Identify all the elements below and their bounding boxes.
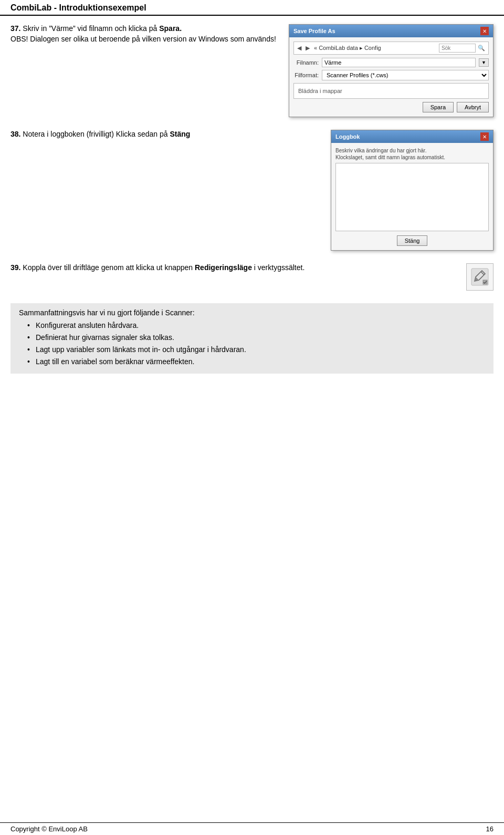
toolbar-icon-container: [466, 263, 494, 291]
breadcrumb-path: « CombiLab data ▸ Config: [314, 45, 437, 51]
save-profile-dialog: Save Profile As ✕ ◀ ▶ « CombiLab data ▸ …: [289, 24, 494, 117]
section-39-text: 39. Koppla över till driftläge genom att…: [10, 263, 456, 274]
step-39-number: 39.: [10, 263, 20, 272]
section-37-dialog-container: Save Profile As ✕ ◀ ▶ « CombiLab data ▸ …: [289, 24, 494, 117]
step-38-number: 38.: [10, 130, 20, 138]
redigering-icon: [470, 267, 489, 286]
filetype-row: Filformat: Scanner Profiles (*.cws): [293, 70, 489, 80]
loggbok-close-button[interactable]: Stäng: [397, 235, 428, 246]
nav-back-icon: ◀: [297, 45, 301, 51]
section-38-text: 38. Notera i loggboken (frivilligt) Klic…: [10, 130, 320, 140]
filetype-select[interactable]: Scanner Profiles (*.cws): [322, 70, 489, 80]
section-38: 38. Notera i loggboken (frivilligt) Klic…: [10, 130, 494, 251]
step-37-number: 37.: [10, 24, 20, 33]
step-37-text1: Skriv in ”Värme” vid filnamn och klicka …: [23, 24, 157, 33]
step-39-text1: Koppla över till driftläge genom att kli…: [23, 263, 193, 272]
summary-intro: Sammanfattningsvis har vi nu gjort följa…: [19, 308, 485, 317]
step-38-text1: Notera i loggboken (frivilligt) Klicka s…: [23, 130, 167, 138]
page-title: CombiLab - Introduktionsexempel: [10, 3, 494, 13]
browse-folder-area: Bläddra i mappar: [293, 83, 489, 99]
loggbok-button-row: Stäng: [335, 235, 489, 246]
loggbok-dialog: Loggbok ✕ Beskriv vilka ändringar du har…: [331, 130, 494, 251]
step-39-text2: i verktygssältet.: [254, 263, 304, 272]
loggbok-description: Beskriv vilka ändringar du har gjort här…: [335, 147, 489, 161]
search-icon: 🔍: [478, 45, 485, 51]
step-37-obs: OBS! Dialogen ser olika ut beroende på v…: [10, 35, 276, 43]
summary-list: Konfigurerat ansluten hårdvara. Definier…: [19, 320, 485, 367]
loggbok-dialog-titlebar: Loggbok ✕: [331, 130, 493, 143]
section-39: 39. Koppla över till driftläge genom att…: [10, 263, 494, 291]
copyright-text: Copyright © EnviLoop AB: [10, 825, 88, 833]
summary-section: Sammanfattningsvis har vi nu gjort följa…: [10, 303, 494, 374]
filename-row: Filnamn: ▼: [293, 58, 489, 67]
save-dialog-buttons: Spara Avbryt: [293, 102, 489, 112]
section-37: 37. Skriv in ”Värme” vid filnamn och kli…: [10, 24, 494, 117]
page-header: CombiLab - Introduktionsexempel: [0, 0, 504, 16]
summary-item-2: Definierat hur givarnas signaler ska tol…: [27, 332, 485, 343]
loggbok-dialog-close-button[interactable]: ✕: [480, 132, 489, 141]
save-dialog-title: Save Profile As: [293, 28, 335, 34]
step-38-bold1: Stäng: [170, 130, 191, 138]
redigering-svg: [470, 267, 489, 286]
filename-label: Filnamn:: [293, 59, 319, 66]
filetype-label: Filformat:: [293, 72, 319, 78]
loggbok-textarea[interactable]: [335, 163, 489, 231]
save-dialog-breadcrumb: ◀ ▶ « CombiLab data ▸ Config 🔍: [293, 42, 489, 55]
save-dialog-close-button[interactable]: ✕: [480, 27, 489, 35]
page-footer: Copyright © EnviLoop AB 16: [0, 822, 504, 835]
save-dialog-titlebar: Save Profile As ✕: [289, 25, 493, 37]
section-38-dialog-container: Loggbok ✕ Beskriv vilka ändringar du har…: [331, 130, 494, 251]
filename-dropdown-arrow[interactable]: ▼: [479, 58, 489, 67]
summary-item-1: Konfigurerat ansluten hårdvara.: [27, 320, 485, 331]
step-37-bold1: Spara.: [159, 24, 182, 33]
browse-label: Bläddra i mappar: [298, 88, 342, 94]
cancel-button[interactable]: Avbryt: [457, 102, 489, 112]
step-39-bold1: Redigeringsläge: [195, 263, 252, 272]
save-button[interactable]: Spara: [423, 102, 454, 112]
page-number: 16: [486, 825, 494, 833]
nav-forward-icon: ▶: [306, 45, 310, 51]
summary-item-4: Lagt till en variabel som beräknar värme…: [27, 356, 485, 367]
search-input[interactable]: [439, 44, 476, 53]
loggbok-dialog-title: Loggbok: [335, 133, 360, 140]
section-37-text: 37. Skriv in ”Värme” vid filnamn och kli…: [10, 24, 278, 45]
save-dialog-body: ◀ ▶ « CombiLab data ▸ Config 🔍 Filnamn: …: [289, 37, 493, 117]
summary-item-3: Lagt upp variabler som länkats mot in- o…: [27, 344, 485, 355]
loggbok-dialog-body: Beskriv vilka ändringar du har gjort här…: [331, 143, 493, 250]
filename-input[interactable]: [322, 58, 476, 67]
